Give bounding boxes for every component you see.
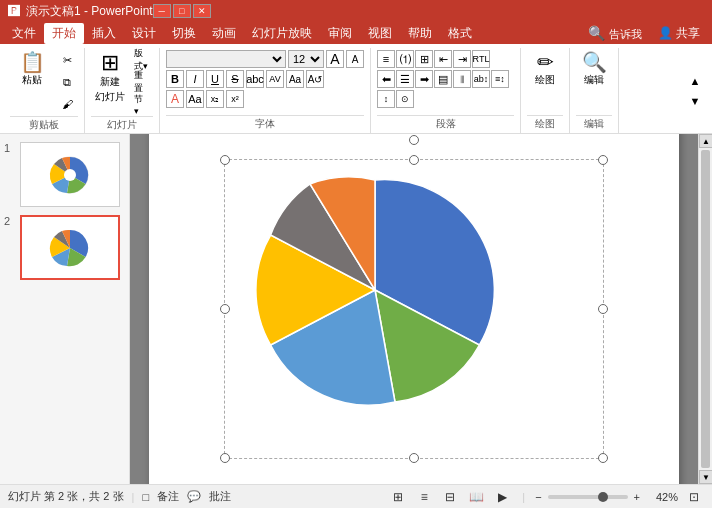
scroll-down-btn[interactable]: ▼ [699, 470, 712, 484]
font-increase-btn[interactable]: A [326, 50, 344, 68]
minimize-btn[interactable]: ─ [153, 4, 171, 18]
comment-label[interactable]: 批注 [209, 489, 231, 504]
title-text: 演示文稿1 - PowerPoint [26, 3, 153, 20]
plus-zoom[interactable]: + [634, 491, 640, 503]
copy-btn[interactable]: ⧉ [56, 72, 78, 92]
menu-insert[interactable]: 插入 [84, 23, 124, 44]
separator: | [132, 491, 135, 503]
justify-btn[interactable]: ▤ [434, 70, 452, 88]
handle-bottom-right[interactable] [598, 453, 608, 463]
font-color-btn[interactable]: A [166, 90, 184, 108]
font-decrease-btn[interactable]: A [346, 50, 364, 68]
case-btn[interactable]: Aa [286, 70, 304, 88]
align-right-btn[interactable]: ➡ [415, 70, 433, 88]
chart-container[interactable] [224, 159, 604, 459]
slide-layout-btn[interactable]: 版式▾ [131, 50, 153, 70]
editing-label: 编辑 [576, 115, 612, 131]
outline-view-btn[interactable]: ≡ [414, 488, 434, 506]
strikethrough-btn[interactable]: S [226, 70, 244, 88]
font-size-aa-btn[interactable]: Aa [186, 90, 204, 108]
align-center-btn[interactable]: ☰ [396, 70, 414, 88]
menu-help[interactable]: 帮助 [400, 23, 440, 44]
convert-smartart-btn[interactable]: ⊙ [396, 90, 414, 108]
sub-btn[interactable]: x₂ [206, 90, 224, 108]
slide-num-1: 1 [4, 142, 16, 154]
multilevel-btn[interactable]: ⊞ [415, 50, 433, 68]
font-family-select[interactable] [166, 50, 286, 68]
slide-reset-btn[interactable]: 重置 [131, 72, 153, 92]
ribbon-group-font: 12 A A B I U S abc AV Aa A↺ A Aa x [160, 48, 371, 133]
cut-btn[interactable]: ✂ [56, 50, 78, 70]
para-row-1: ≡ ⑴ ⊞ ⇤ ⇥ RTL [377, 50, 509, 68]
num-list-btn[interactable]: ⑴ [396, 50, 414, 68]
new-slide-btn[interactable]: ⊞ 新建 幻灯片 [91, 50, 129, 106]
minus-zoom[interactable]: − [535, 491, 541, 503]
slide2-chart [40, 223, 100, 273]
slide-canvas[interactable] [149, 134, 679, 484]
draw-btn[interactable]: ✏ 绘图 [527, 50, 563, 89]
close-btn[interactable]: ✕ [193, 4, 211, 18]
format-painter-btn[interactable]: 🖌 [56, 94, 78, 114]
paste-btn[interactable]: 📋 粘贴 [10, 50, 54, 89]
slide-img-1[interactable] [20, 142, 120, 207]
align-left-btn[interactable]: ⬅ [377, 70, 395, 88]
scroll-up-btn[interactable]: ▲ [699, 134, 712, 148]
char-spacing-btn[interactable]: AV [266, 70, 284, 88]
shadow-btn[interactable]: abc [246, 70, 264, 88]
zoom-thumb[interactable] [598, 492, 608, 502]
handle-top-left[interactable] [220, 155, 230, 165]
comment-icon: 💬 [187, 490, 201, 503]
zoom-level[interactable]: 42% [646, 491, 678, 503]
bullet-list-btn[interactable]: ≡ [377, 50, 395, 68]
search-btn[interactable]: 🔍 告诉我 [580, 23, 650, 44]
rotate-handle[interactable] [409, 135, 419, 145]
menu-design[interactable]: 设计 [124, 23, 164, 44]
text-direction-btn[interactable]: ab↕ [472, 70, 490, 88]
text-align-btn[interactable]: ≡↕ [491, 70, 509, 88]
clear-format-btn[interactable]: A↺ [306, 70, 324, 88]
indent-increase-btn[interactable]: ⇥ [453, 50, 471, 68]
menu-view[interactable]: 视图 [360, 23, 400, 44]
ribbon-scroll-up[interactable]: ▲ [684, 71, 706, 91]
handle-bottom-middle[interactable] [409, 453, 419, 463]
sup-btn[interactable]: x² [226, 90, 244, 108]
font-row-1: 12 A A [166, 50, 364, 68]
slideshow-btn[interactable]: ▶ [492, 488, 512, 506]
bold-btn[interactable]: B [166, 70, 184, 88]
reading-view-btn[interactable]: 📖 [466, 488, 486, 506]
menu-file[interactable]: 文件 [4, 23, 44, 44]
handle-top-right[interactable] [598, 155, 608, 165]
drawing-label: 绘图 [527, 115, 563, 131]
slide-section-btn[interactable]: 节 ▾ [131, 94, 153, 114]
ribbon-scroll-down[interactable]: ▼ [684, 91, 706, 111]
menu-format[interactable]: 格式 [440, 23, 480, 44]
menu-review[interactable]: 审阅 [320, 23, 360, 44]
share-btn[interactable]: 👤 共享 [650, 23, 708, 44]
notes-label[interactable]: 备注 [157, 489, 179, 504]
handle-middle-right[interactable] [598, 304, 608, 314]
fit-window-btn[interactable]: ⊡ [684, 488, 704, 506]
scroll-thumb[interactable] [701, 150, 710, 468]
indent-decrease-btn[interactable]: ⇤ [434, 50, 452, 68]
maximize-btn[interactable]: □ [173, 4, 191, 18]
underline-btn[interactable]: U [206, 70, 224, 88]
text-columns-btn[interactable]: ⫴ [453, 70, 471, 88]
menu-animation[interactable]: 动画 [204, 23, 244, 44]
rtl-btn[interactable]: RTL [472, 50, 490, 68]
edit-btn[interactable]: 🔍 编辑 [576, 50, 612, 89]
zoom-slider[interactable] [548, 495, 628, 499]
menu-home[interactable]: 开始 [44, 23, 84, 44]
handle-top-middle[interactable] [409, 155, 419, 165]
handle-bottom-left[interactable] [220, 453, 230, 463]
slide-sorter-btn[interactable]: ⊟ [440, 488, 460, 506]
italic-btn[interactable]: I [186, 70, 204, 88]
slide-thumb-2[interactable]: 2 [4, 215, 125, 280]
font-size-select[interactable]: 12 [288, 50, 324, 68]
menu-transition[interactable]: 切换 [164, 23, 204, 44]
slide-thumb-1[interactable]: 1 [4, 142, 125, 207]
slide-img-2[interactable] [20, 215, 120, 280]
handle-middle-left[interactable] [220, 304, 230, 314]
menu-slideshow[interactable]: 幻灯片放映 [244, 23, 320, 44]
normal-view-btn[interactable]: ⊞ [388, 488, 408, 506]
line-spacing-btn[interactable]: ↕ [377, 90, 395, 108]
